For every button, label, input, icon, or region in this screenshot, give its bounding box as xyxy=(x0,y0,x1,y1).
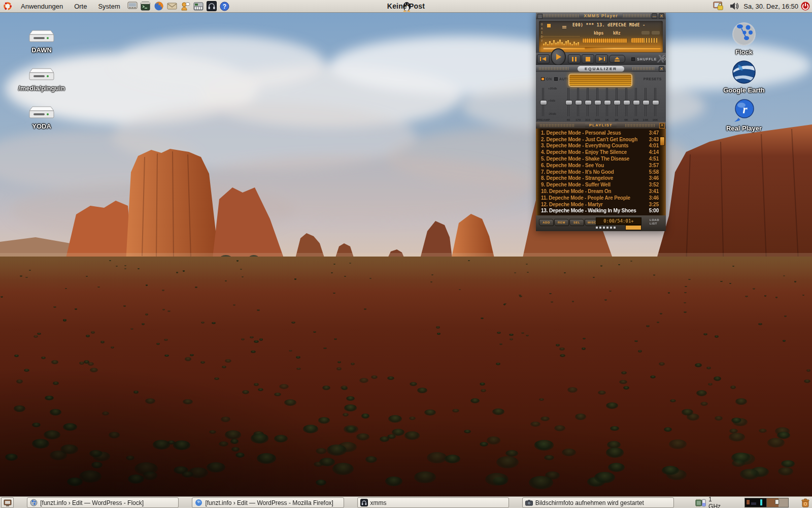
desktop-icon-media-pinguin[interactable]: /media/pinguin xyxy=(11,62,72,92)
eq-band-slider-12k[interactable] xyxy=(633,88,639,116)
playlist-rem-button[interactable]: REM xyxy=(554,219,569,226)
eq-auto-led xyxy=(554,77,558,81)
playlist-track[interactable]: 10. Depeche Mode - Dream On3:41 xyxy=(541,188,659,195)
desktop-icon-yoda[interactable]: YODA xyxy=(11,101,72,131)
playlist-scrollbar[interactable] xyxy=(659,129,666,215)
desktop-icon-real-player[interactable]: r Real Player xyxy=(714,98,774,133)
playlist-track[interactable]: 9. Depeche Mode - Suffer Well3:52 xyxy=(541,181,659,188)
next-button[interactable] xyxy=(595,54,608,64)
xmms-menu-button[interactable] xyxy=(537,14,543,19)
eq-band-slider-60[interactable] xyxy=(565,88,571,116)
menu-system[interactable]: System xyxy=(92,0,125,12)
kbps-label: kbps xyxy=(594,31,603,36)
close-icon[interactable]: ✕ xyxy=(659,66,664,72)
eq-on-button[interactable]: ON xyxy=(541,77,552,81)
mono-indicator xyxy=(641,31,650,35)
play-button[interactable] xyxy=(551,48,566,66)
playlist-track[interactable]: 6. Depeche Mode - See You3:57 xyxy=(541,162,659,169)
balance-slider[interactable] xyxy=(631,38,645,43)
ground-shadow xyxy=(0,257,812,496)
desktop-icon-label: DAWN xyxy=(31,46,52,54)
desktop-icon-google-earth[interactable]: Google Earth xyxy=(714,59,774,94)
playlist-mini-transport[interactable] xyxy=(596,226,622,229)
close-icon[interactable]: ✕ xyxy=(659,13,664,19)
previous-button[interactable] xyxy=(537,54,550,64)
playlist-add-button[interactable]: ADD xyxy=(539,219,554,226)
workspace-2[interactable] xyxy=(766,498,788,507)
taskbar-window-firefox[interactable]: [funzt.info › Edit — WordPress - Mozilla… xyxy=(192,497,344,508)
taskbar-window-xmms[interactable]: xmms xyxy=(357,497,509,508)
playlist-track[interactable]: 7. Depeche Mode - It's No Good5:58 xyxy=(541,169,659,175)
minimize-icon[interactable]: — xyxy=(652,13,657,19)
preamp-slider[interactable] xyxy=(540,88,546,116)
playlist-track[interactable]: 3. Depeche Mode - Everything Counts4:01 xyxy=(541,143,659,149)
desktop-icon-label: Google Earth xyxy=(723,86,765,94)
eq-auto-button[interactable]: AUTO xyxy=(554,77,570,81)
playlist-track[interactable]: 1. Depeche Mode - Personal Jesus3:47 xyxy=(541,130,659,136)
scrollbar-handle[interactable] xyxy=(660,137,665,146)
terminal-icon[interactable] xyxy=(140,1,151,11)
playlist-track[interactable]: 11. Depeche Mode - People Are People3:46 xyxy=(541,195,659,201)
eq-presets-button[interactable]: PRESETS xyxy=(644,77,662,81)
synth-icon[interactable] xyxy=(193,1,204,11)
workspace-switcher xyxy=(745,498,789,507)
playlist-track[interactable]: 12. Depeche Mode - Martyr3:25 xyxy=(541,201,659,208)
eq-band-slider-16k[interactable] xyxy=(652,88,658,116)
trash-icon[interactable] xyxy=(801,498,810,507)
menu-orte[interactable]: Orte xyxy=(69,0,92,12)
workspace-1[interactable] xyxy=(745,498,766,507)
lock-screen-icon[interactable] xyxy=(713,1,724,11)
help-icon[interactable]: ? xyxy=(219,1,230,11)
eject-button[interactable] xyxy=(609,55,625,63)
taskbar-window-flock[interactable]: [funzt.info › Edit — WordPress - Flock] xyxy=(27,497,179,508)
power-icon[interactable] xyxy=(801,2,810,11)
eq-scale-plus20: +20db xyxy=(548,87,557,90)
panel-clock[interactable]: Sa, 30. Dez, 16:50 xyxy=(743,3,798,10)
mail-icon[interactable] xyxy=(166,1,178,11)
computer-icon[interactable] xyxy=(127,1,138,11)
playlist-track[interactable]: 8. Depeche Mode - Strangelove3:46 xyxy=(541,175,659,182)
playlist-sel-button[interactable]: SEL xyxy=(569,219,584,226)
firefox-icon[interactable] xyxy=(153,1,164,11)
playlist-footer: ADD REM SEL MISC 0:00/54:01+ LOAD LIST xyxy=(536,215,666,231)
eq-band-slider-6k[interactable] xyxy=(623,88,629,116)
ubuntu-logo-icon[interactable] xyxy=(3,2,12,11)
desktop-icon-dawn[interactable]: DAWN xyxy=(11,24,72,54)
playlist-track[interactable]: 4. Depeche Mode - Enjoy The Silence4:14 xyxy=(541,149,659,155)
desktop-icon-flock[interactable]: Flock xyxy=(714,21,774,56)
preamp-label: PREAMP xyxy=(537,118,550,121)
taskbar-window-screenshot[interactable]: Bildschirmfoto aufnehmen wird gestartet xyxy=(522,497,674,508)
eq-band-slider-310[interactable] xyxy=(585,88,591,116)
stop-button[interactable] xyxy=(582,54,594,64)
playlist-track-current[interactable]: 13. Depeche Mode - Walking In My Shoes5:… xyxy=(541,208,659,214)
eq-band-slider-170[interactable] xyxy=(575,88,581,116)
close-icon[interactable]: ✕ xyxy=(659,123,665,129)
eq-band-slider-600[interactable] xyxy=(594,88,600,116)
playlist-track[interactable]: 2. Depeche Mode - Just Can't Get Enough3… xyxy=(541,136,659,143)
menu-anwendungen[interactable]: Anwendungen xyxy=(15,0,69,12)
eq-on-label: ON xyxy=(546,77,552,81)
shuffle-toggle[interactable]: SHUFFLE xyxy=(631,57,657,61)
playlist-track[interactable]: 5. Depeche Mode - Shake The Disease4:51 xyxy=(541,155,659,162)
xmms-time-indicator xyxy=(547,24,551,27)
xmms-main-titlebar[interactable]: XMMS Player — ✕ xyxy=(536,12,666,19)
playlist-time-display[interactable]: 0:00/54:01+ xyxy=(596,217,641,225)
eq-band-slider-14k[interactable] xyxy=(642,88,649,116)
flock-icon xyxy=(731,21,757,47)
pause-button[interactable] xyxy=(568,54,581,64)
playlist-load-list-button[interactable]: LOAD LIST xyxy=(650,218,663,226)
mail-applet[interactable]: Keine Post xyxy=(387,0,425,12)
shuffle-label: SHUFFLE xyxy=(637,57,657,61)
xmms-transport-controls: SHUFFLE ⟲ xyxy=(536,53,666,65)
equalizer-titlebar[interactable]: EQUALIZER ✕ xyxy=(536,65,666,72)
show-desktop-button[interactable] xyxy=(1,497,14,508)
chat-icon[interactable] xyxy=(180,1,191,11)
eq-band-slider-3k[interactable] xyxy=(614,88,620,116)
eq-band-slider-1k[interactable] xyxy=(604,88,610,116)
volume-icon[interactable] xyxy=(729,1,740,11)
volume-slider[interactable] xyxy=(583,38,627,43)
cpu-frequency-applet[interactable]: 1 GHz xyxy=(695,496,725,508)
xmms-main-window: XMMS Player — ✕ OAIDV E00) *** 13. dEPEC… xyxy=(536,12,666,65)
headphones-icon[interactable] xyxy=(206,1,217,11)
playlist-titlebar[interactable]: PLAYLIST xyxy=(536,122,666,129)
